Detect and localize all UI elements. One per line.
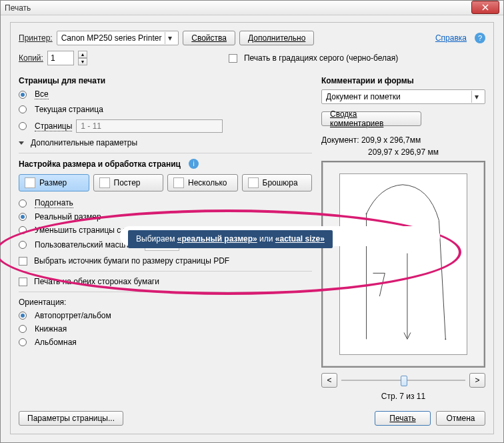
multiple-icon <box>173 177 184 188</box>
chevron-down-icon: ▾ <box>165 32 174 44</box>
chevron-down-icon: ▾ <box>471 91 481 103</box>
radio-fit[interactable] <box>19 199 27 207</box>
scaled-dimensions: 209,97 x 296,97 мм <box>321 147 485 157</box>
more-params-toggle[interactable]: Дополнительные параметры <box>19 138 312 147</box>
svg-line-3 <box>379 273 385 296</box>
help-link[interactable]: Справка <box>435 33 467 43</box>
duplex-checkbox[interactable] <box>19 278 27 286</box>
cancel-button[interactable]: Отмена <box>436 411 485 426</box>
next-page-button[interactable]: > <box>469 373 485 388</box>
prev-page-button[interactable]: < <box>321 373 337 388</box>
svg-point-5 <box>366 213 367 214</box>
svg-point-6 <box>445 338 446 340</box>
orientation-title: Ориентация: <box>19 298 66 307</box>
grayscale-checkbox[interactable] <box>229 54 237 63</box>
annotation-tooltip: Выбираем «реальный размер» или «actual s… <box>128 230 333 248</box>
radio-range[interactable] <box>19 122 27 130</box>
print-dialog: Печать Принтер: Canon MP250 series Print… <box>0 0 504 443</box>
zoom-slider[interactable] <box>341 374 465 387</box>
titlebar: Печать <box>1 1 503 15</box>
radio-landscape[interactable] <box>19 338 27 346</box>
window-title: Печать <box>5 3 31 13</box>
advanced-button[interactable]: Дополнительно <box>239 31 314 45</box>
pages-range-input[interactable] <box>76 119 223 133</box>
properties-button[interactable]: Свойства <box>183 31 235 45</box>
radio-actual[interactable] <box>19 213 27 221</box>
pages-section-title: Страницы для печати <box>19 76 312 85</box>
summarize-comments-button[interactable]: Сводка комментариев <box>321 111 421 126</box>
paper-source-checkbox[interactable] <box>19 257 27 266</box>
printer-select[interactable]: Canon MP250 series Printer ▾ <box>57 31 179 45</box>
radio-portrait[interactable] <box>19 325 27 333</box>
printer-label: Принтер: <box>19 33 53 43</box>
grayscale-label: Печать в градациях серого (черно-белая) <box>244 53 398 63</box>
comments-select[interactable]: Документ и пометки ▾ <box>321 89 485 104</box>
size-icon <box>25 177 35 188</box>
tab-multiple[interactable]: Несколько <box>167 174 238 191</box>
sizing-section-title: Настройка размера и обработка страниц <box>19 159 181 169</box>
radio-custom[interactable] <box>19 241 27 249</box>
close-icon <box>482 4 489 11</box>
preview-page <box>339 173 467 355</box>
chevron-right-icon <box>19 141 24 145</box>
page-setup-button[interactable]: Параметры страницы... <box>19 411 123 426</box>
radio-current[interactable] <box>19 105 27 113</box>
radio-shrink[interactable] <box>19 226 27 234</box>
radio-auto-orient[interactable] <box>19 312 27 320</box>
close-button[interactable] <box>471 1 499 14</box>
help-icon[interactable]: ? <box>475 33 485 43</box>
copies-spinner[interactable]: ▲▼ <box>78 51 87 65</box>
copies-input[interactable] <box>47 51 74 65</box>
copies-label: Копий: <box>19 53 43 63</box>
doc-dimensions: Документ: 209,9 x 296,7мм <box>321 135 485 145</box>
printer-selected: Canon MP250 series Printer <box>61 33 162 43</box>
booklet-icon <box>248 177 259 188</box>
tab-booklet[interactable]: Брошюра <box>242 174 313 191</box>
tab-size[interactable]: Размер <box>19 174 89 191</box>
tab-poster[interactable]: Постер <box>93 174 164 191</box>
page-indicator: Стр. 7 из 11 <box>321 392 485 401</box>
preview-content-icon <box>340 174 467 354</box>
comments-title: Комментарии и формы <box>321 76 485 85</box>
radio-all[interactable] <box>19 91 27 99</box>
print-button[interactable]: Печать <box>375 411 431 426</box>
print-preview <box>321 161 485 368</box>
poster-icon <box>99 177 110 188</box>
info-icon[interactable]: i <box>189 159 199 169</box>
